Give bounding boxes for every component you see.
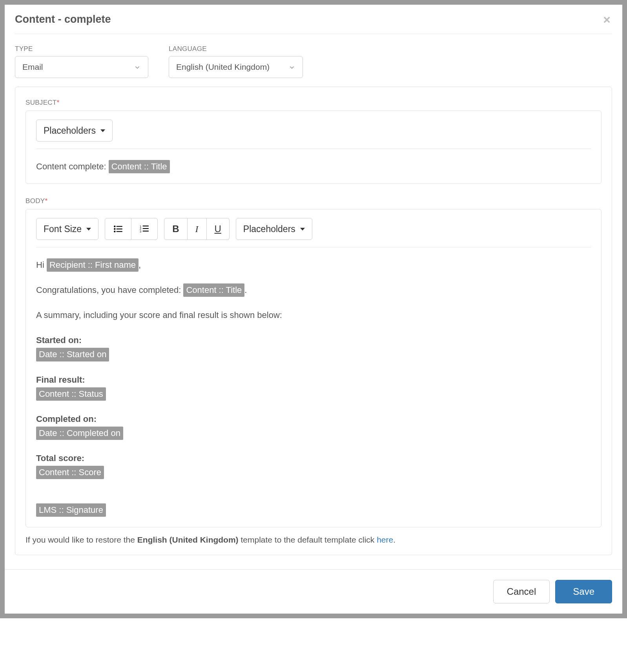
bold-button[interactable]: B xyxy=(164,218,187,240)
type-select[interactable]: Email xyxy=(15,56,148,78)
body-placeholders-button[interactable]: Placeholders xyxy=(236,218,312,240)
svg-rect-9 xyxy=(143,228,149,229)
subject-label: SUBJECT* xyxy=(26,99,601,107)
unordered-list-icon xyxy=(113,224,123,234)
svg-rect-1 xyxy=(117,226,122,227)
type-select-value: Email xyxy=(22,62,43,72)
close-icon[interactable]: × xyxy=(601,13,612,26)
modal-title: Content - complete xyxy=(15,13,111,25)
body-content[interactable]: Hi Recipient :: First name, Congratulati… xyxy=(36,258,591,517)
caret-down-icon xyxy=(300,228,305,231)
svg-rect-5 xyxy=(117,231,122,232)
total-score-label: Total score: xyxy=(36,452,591,465)
svg-point-4 xyxy=(114,231,115,232)
underline-icon: U xyxy=(215,223,221,234)
divider xyxy=(36,149,591,149)
placeholder-chip: Recipient :: First name xyxy=(47,258,139,272)
font-size-button[interactable]: Font Size xyxy=(36,218,98,240)
svg-rect-7 xyxy=(143,225,149,226)
started-on-label: Started on: xyxy=(36,334,591,347)
language-label: LANGUAGE xyxy=(169,45,303,53)
restore-link[interactable]: here xyxy=(377,535,393,544)
type-label: TYPE xyxy=(15,45,148,53)
placeholder-chip: Content :: Title xyxy=(183,283,244,297)
placeholder-chip: Content :: Title xyxy=(109,160,170,173)
subject-placeholders-button[interactable]: Placeholders xyxy=(36,120,113,142)
placeholder-chip: Date :: Completed on xyxy=(36,427,123,440)
placeholder-chip: Content :: Status xyxy=(36,387,106,401)
italic-icon: I xyxy=(195,224,199,234)
svg-point-0 xyxy=(114,225,115,227)
language-select-value: English (United Kingdom) xyxy=(176,62,270,72)
bold-icon: B xyxy=(172,223,179,234)
unordered-list-button[interactable] xyxy=(105,218,131,240)
body-label: BODY* xyxy=(26,197,601,205)
placeholder-chip: Date :: Started on xyxy=(36,348,109,361)
chevron-down-icon xyxy=(288,64,295,71)
divider xyxy=(36,247,591,247)
chevron-down-icon xyxy=(134,64,141,71)
svg-point-2 xyxy=(114,228,115,230)
caret-down-icon xyxy=(86,228,91,231)
language-select[interactable]: English (United Kingdom) xyxy=(169,56,303,78)
modal-header: Content - complete × xyxy=(15,13,612,34)
subject-editor: Placeholders Content complete: Content :… xyxy=(26,111,601,184)
ordered-list-icon: 123 xyxy=(139,224,149,234)
body-editor: Font Size 123 xyxy=(26,209,601,527)
placeholder-chip: Content :: Score xyxy=(36,466,104,479)
placeholder-chip: LMS :: Signature xyxy=(36,503,106,517)
final-result-label: Final result: xyxy=(36,373,591,387)
svg-rect-3 xyxy=(117,229,122,229)
save-button[interactable]: Save xyxy=(555,580,612,603)
completed-on-label: Completed on: xyxy=(36,412,591,426)
cancel-button[interactable]: Cancel xyxy=(493,580,550,603)
editor-toolbar: Font Size 123 xyxy=(36,218,591,240)
modal-footer: Cancel Save xyxy=(5,569,622,614)
italic-button[interactable]: I xyxy=(188,218,207,240)
subject-content[interactable]: Content complete: Content :: Title xyxy=(36,160,591,173)
ordered-list-button[interactable]: 123 xyxy=(131,218,158,240)
restore-note: If you would like to restore the English… xyxy=(26,535,601,545)
svg-rect-11 xyxy=(143,231,149,231)
svg-text:3: 3 xyxy=(140,230,141,233)
caret-down-icon xyxy=(100,129,105,132)
underline-button[interactable]: U xyxy=(207,218,230,240)
